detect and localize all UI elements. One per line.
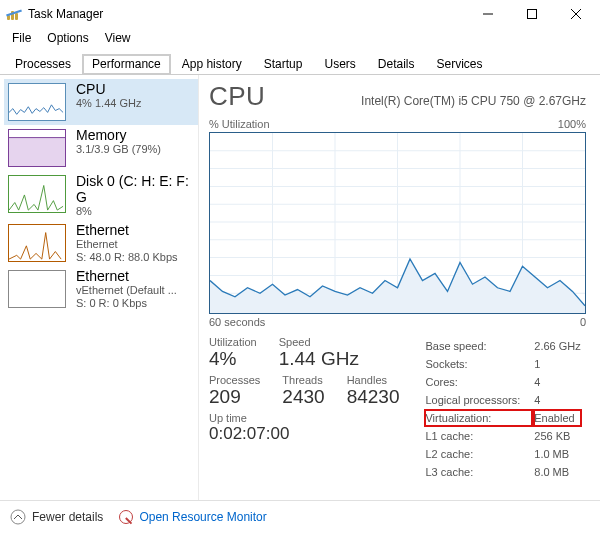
k-l2: L2 cache:: [425, 446, 532, 462]
menubar: File Options View: [0, 28, 600, 47]
chart-y-label: % Utilization: [209, 118, 270, 130]
k-base-speed: Base speed:: [425, 338, 532, 354]
tab-app-history[interactable]: App history: [171, 53, 253, 75]
sidebar-memory-title: Memory: [76, 127, 161, 143]
sidebar-item-ethernet1[interactable]: Ethernet Ethernet S: 48.0 R: 88.0 Kbps: [4, 220, 198, 266]
tab-performance[interactable]: Performance: [82, 54, 171, 75]
lbl-speed: Speed: [279, 336, 359, 348]
k-sockets: Sockets:: [425, 356, 532, 372]
fewer-details-button[interactable]: Fewer details: [10, 509, 103, 525]
tab-details[interactable]: Details: [367, 53, 426, 75]
menu-options[interactable]: Options: [39, 30, 96, 46]
val-speed: 1.44 GHz: [279, 348, 359, 370]
app-icon: [6, 6, 22, 22]
sidebar-eth2-sub2: S: 0 R: 0 Kbps: [76, 297, 177, 310]
cpu-properties: Base speed:2.66 GHz Sockets:1 Cores:4 Lo…: [423, 336, 582, 482]
sidebar-eth2-title: Ethernet: [76, 268, 177, 284]
svg-point-21: [11, 510, 25, 524]
window-title: Task Manager: [28, 7, 103, 21]
memory-thumb-icon: [8, 129, 66, 167]
sidebar-eth1-sub1: Ethernet: [76, 238, 178, 251]
disk-thumb-icon: [8, 175, 66, 213]
lbl-handles: Handles: [347, 374, 400, 386]
sidebar-item-memory[interactable]: Memory 3.1/3.9 GB (79%): [4, 125, 198, 171]
main-pane: CPU Intel(R) Core(TM) i5 CPU 750 @ 2.67G…: [199, 75, 600, 500]
v-base-speed: 2.66 GHz: [534, 338, 580, 354]
menu-view[interactable]: View: [97, 30, 139, 46]
page-title: CPU: [209, 81, 265, 112]
k-l3: L3 cache:: [425, 464, 532, 480]
chart-y-max: 100%: [558, 118, 586, 130]
sidebar-eth1-title: Ethernet: [76, 222, 178, 238]
maximize-button[interactable]: [510, 0, 554, 28]
stats-left: Utilization4% Speed1.44 GHz Processes209…: [209, 336, 399, 482]
chevron-up-icon: [10, 509, 26, 525]
sidebar-item-ethernet2[interactable]: Ethernet vEthernet (Default ... S: 0 R: …: [4, 266, 198, 312]
lbl-utilization: Utilization: [209, 336, 257, 348]
v-l2: 1.0 MB: [534, 446, 580, 462]
v-l1: 256 KB: [534, 428, 580, 444]
k-virtualization: Virtualization:: [425, 410, 532, 426]
sidebar-disk-sub: 8%: [76, 205, 194, 218]
v-logical-processors: 4: [534, 392, 580, 408]
close-button[interactable]: [554, 0, 598, 28]
sidebar-item-disk0[interactable]: Disk 0 (C: H: E: F: G 8%: [4, 171, 198, 220]
sidebar-disk-title: Disk 0 (C: H: E: F: G: [76, 173, 194, 205]
v-l3: 8.0 MB: [534, 464, 580, 480]
v-cores: 4: [534, 374, 580, 390]
k-cores: Cores:: [425, 374, 532, 390]
ethernet-thumb-icon: [8, 224, 66, 262]
lbl-processes: Processes: [209, 374, 260, 386]
k-l1: L1 cache:: [425, 428, 532, 444]
svg-rect-4: [9, 138, 65, 166]
chart-x-left: 60 seconds: [209, 316, 265, 328]
sidebar-eth1-sub2: S: 48.0 R: 88.0 Kbps: [76, 251, 178, 264]
fewer-details-label: Fewer details: [32, 510, 103, 524]
content-area: CPU 4% 1.44 GHz Memory 3.1/3.9 GB (79%) …: [0, 75, 600, 500]
titlebar: Task Manager: [0, 0, 600, 28]
val-uptime: 0:02:07:00: [209, 424, 399, 444]
val-processes: 209: [209, 386, 260, 408]
ethernet2-thumb-icon: [8, 270, 66, 308]
val-handles: 84230: [347, 386, 400, 408]
resource-monitor-icon: [119, 510, 133, 524]
footer: Fewer details Open Resource Monitor: [0, 500, 600, 532]
open-resource-monitor-label: Open Resource Monitor: [139, 510, 266, 524]
cpu-model: Intel(R) Core(TM) i5 CPU 750 @ 2.67GHz: [361, 94, 586, 108]
menu-file[interactable]: File: [4, 30, 39, 46]
sidebar-item-cpu[interactable]: CPU 4% 1.44 GHz: [4, 79, 198, 125]
tab-processes[interactable]: Processes: [4, 53, 82, 75]
val-threads: 2430: [282, 386, 324, 408]
v-sockets: 1: [534, 356, 580, 372]
tab-bar: Processes Performance App history Startu…: [0, 47, 600, 75]
sidebar-memory-sub: 3.1/3.9 GB (79%): [76, 143, 161, 156]
svg-rect-1: [528, 10, 537, 19]
val-utilization: 4%: [209, 348, 257, 370]
lbl-threads: Threads: [282, 374, 324, 386]
sidebar: CPU 4% 1.44 GHz Memory 3.1/3.9 GB (79%) …: [0, 75, 199, 500]
cpu-thumb-icon: [8, 83, 66, 121]
tab-startup[interactable]: Startup: [253, 53, 314, 75]
lbl-uptime: Up time: [209, 412, 399, 424]
chart-x-right: 0: [580, 316, 586, 328]
cpu-utilization-chart: [209, 132, 586, 314]
sidebar-eth2-sub1: vEthernet (Default ...: [76, 284, 177, 297]
sidebar-cpu-title: CPU: [76, 81, 141, 97]
v-virtualization: Enabled: [534, 410, 580, 426]
minimize-button[interactable]: [466, 0, 510, 28]
tab-users[interactable]: Users: [313, 53, 366, 75]
k-logical-processors: Logical processors:: [425, 392, 532, 408]
tab-services[interactable]: Services: [426, 53, 494, 75]
sidebar-cpu-sub: 4% 1.44 GHz: [76, 97, 141, 110]
open-resource-monitor-link[interactable]: Open Resource Monitor: [119, 510, 266, 524]
